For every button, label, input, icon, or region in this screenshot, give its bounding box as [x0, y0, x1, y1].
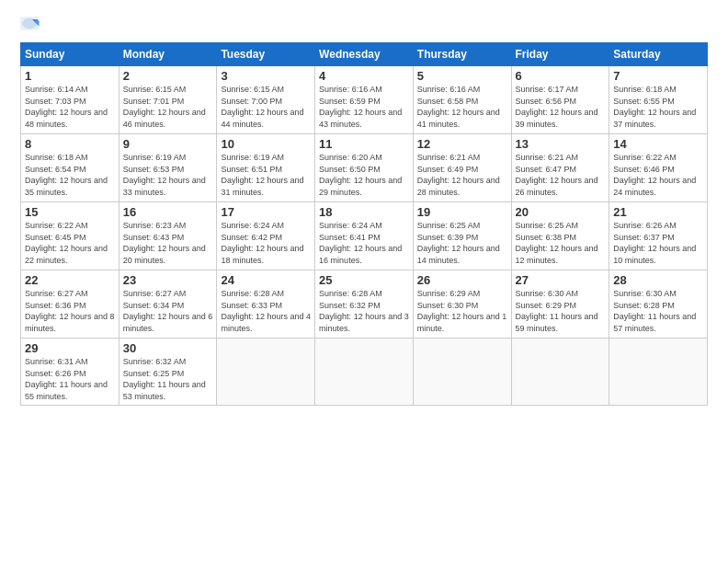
day-number: 24 [221, 273, 311, 287]
day-info: Sunrise: 6:26 AMSunset: 6:37 PMDaylight:… [613, 220, 703, 266]
day-info: Sunrise: 6:20 AMSunset: 6:50 PMDaylight:… [319, 152, 409, 198]
day-info: Sunrise: 6:18 AMSunset: 6:55 PMDaylight:… [613, 84, 703, 130]
day-info: Sunrise: 6:21 AMSunset: 6:47 PMDaylight:… [516, 152, 606, 198]
column-header-friday: Friday [511, 43, 609, 66]
calendar-cell: 30Sunrise: 6:32 AMSunset: 6:25 PMDayligh… [119, 339, 217, 406]
day-number: 20 [516, 205, 606, 219]
day-info: Sunrise: 6:16 AMSunset: 6:58 PMDaylight:… [417, 84, 507, 130]
day-number: 19 [417, 205, 507, 219]
day-number: 21 [613, 205, 703, 219]
calendar-cell: 8Sunrise: 6:18 AMSunset: 6:54 PMDaylight… [21, 134, 119, 202]
day-number: 18 [319, 205, 409, 219]
day-info: Sunrise: 6:25 AMSunset: 6:38 PMDaylight:… [516, 220, 606, 266]
calendar-cell: 26Sunrise: 6:29 AMSunset: 6:30 PMDayligh… [413, 270, 511, 339]
day-number: 25 [319, 273, 409, 287]
calendar-table: SundayMondayTuesdayWednesdayThursdayFrid… [20, 42, 708, 406]
day-info: Sunrise: 6:30 AMSunset: 6:29 PMDaylight:… [516, 288, 606, 334]
day-info: Sunrise: 6:27 AMSunset: 6:36 PMDaylight:… [25, 288, 115, 334]
day-number: 6 [516, 69, 606, 83]
calendar-week-row: 15Sunrise: 6:22 AMSunset: 6:45 PMDayligh… [21, 202, 708, 270]
calendar-cell: 19Sunrise: 6:25 AMSunset: 6:39 PMDayligh… [413, 202, 511, 270]
calendar-cell: 15Sunrise: 6:22 AMSunset: 6:45 PMDayligh… [21, 202, 119, 270]
day-info: Sunrise: 6:28 AMSunset: 6:33 PMDaylight:… [221, 288, 311, 334]
column-header-wednesday: Wednesday [315, 43, 414, 66]
calendar-cell: 5Sunrise: 6:16 AMSunset: 6:58 PMDaylight… [413, 66, 511, 134]
day-number: 10 [221, 137, 311, 151]
day-number: 5 [417, 69, 507, 83]
day-info: Sunrise: 6:31 AMSunset: 6:26 PMDaylight:… [25, 356, 115, 402]
day-info: Sunrise: 6:24 AMSunset: 6:42 PMDaylight:… [221, 220, 311, 266]
day-info: Sunrise: 6:28 AMSunset: 6:32 PMDaylight:… [319, 288, 409, 334]
calendar-cell: 22Sunrise: 6:27 AMSunset: 6:36 PMDayligh… [21, 270, 119, 339]
calendar-cell: 12Sunrise: 6:21 AMSunset: 6:49 PMDayligh… [413, 134, 511, 202]
day-number: 28 [613, 273, 703, 287]
day-number: 22 [25, 273, 115, 287]
day-info: Sunrise: 6:17 AMSunset: 6:56 PMDaylight:… [516, 84, 606, 130]
day-number: 8 [25, 137, 115, 151]
logo [20, 17, 44, 33]
day-number: 4 [319, 69, 409, 83]
calendar-cell: 4Sunrise: 6:16 AMSunset: 6:59 PMDaylight… [315, 66, 414, 134]
day-number: 11 [319, 137, 409, 151]
day-info: Sunrise: 6:18 AMSunset: 6:54 PMDaylight:… [25, 152, 115, 198]
calendar-cell [511, 339, 609, 406]
calendar-cell: 13Sunrise: 6:21 AMSunset: 6:47 PMDayligh… [511, 134, 609, 202]
day-number: 3 [221, 69, 311, 83]
day-info: Sunrise: 6:24 AMSunset: 6:41 PMDaylight:… [319, 220, 409, 266]
day-info: Sunrise: 6:22 AMSunset: 6:46 PMDaylight:… [613, 152, 703, 198]
calendar-cell: 20Sunrise: 6:25 AMSunset: 6:38 PMDayligh… [511, 202, 609, 270]
calendar-cell: 17Sunrise: 6:24 AMSunset: 6:42 PMDayligh… [217, 202, 315, 270]
day-number: 14 [613, 137, 703, 151]
day-info: Sunrise: 6:30 AMSunset: 6:28 PMDaylight:… [613, 288, 703, 334]
calendar-cell: 16Sunrise: 6:23 AMSunset: 6:43 PMDayligh… [119, 202, 217, 270]
day-number: 7 [613, 69, 703, 83]
calendar-cell: 7Sunrise: 6:18 AMSunset: 6:55 PMDaylight… [609, 66, 708, 134]
day-number: 12 [417, 137, 507, 151]
calendar-cell: 2Sunrise: 6:15 AMSunset: 7:01 PMDaylight… [119, 66, 217, 134]
calendar-cell [413, 339, 511, 406]
logo-icon [20, 17, 40, 33]
calendar-week-row: 22Sunrise: 6:27 AMSunset: 6:36 PMDayligh… [21, 270, 708, 339]
calendar-cell [217, 339, 315, 406]
calendar-cell: 9Sunrise: 6:19 AMSunset: 6:53 PMDaylight… [119, 134, 217, 202]
day-number: 17 [221, 205, 311, 219]
calendar-cell: 6Sunrise: 6:17 AMSunset: 6:56 PMDaylight… [511, 66, 609, 134]
day-info: Sunrise: 6:25 AMSunset: 6:39 PMDaylight:… [417, 220, 507, 266]
day-number: 16 [123, 205, 213, 219]
column-header-saturday: Saturday [609, 43, 708, 66]
column-header-thursday: Thursday [413, 43, 511, 66]
day-info: Sunrise: 6:27 AMSunset: 6:34 PMDaylight:… [123, 288, 213, 334]
calendar-cell [609, 339, 708, 406]
day-info: Sunrise: 6:21 AMSunset: 6:49 PMDaylight:… [417, 152, 507, 198]
day-number: 27 [516, 273, 606, 287]
header [20, 17, 708, 33]
day-info: Sunrise: 6:22 AMSunset: 6:45 PMDaylight:… [25, 220, 115, 266]
calendar-cell: 3Sunrise: 6:15 AMSunset: 7:00 PMDaylight… [217, 66, 315, 134]
column-header-sunday: Sunday [21, 43, 119, 66]
calendar-week-row: 1Sunrise: 6:14 AMSunset: 7:03 PMDaylight… [21, 66, 708, 134]
day-number: 30 [123, 341, 213, 355]
day-number: 29 [25, 341, 115, 355]
day-info: Sunrise: 6:32 AMSunset: 6:25 PMDaylight:… [123, 356, 213, 402]
day-number: 15 [25, 205, 115, 219]
calendar-cell: 28Sunrise: 6:30 AMSunset: 6:28 PMDayligh… [609, 270, 708, 339]
calendar-cell: 21Sunrise: 6:26 AMSunset: 6:37 PMDayligh… [609, 202, 708, 270]
calendar-cell: 29Sunrise: 6:31 AMSunset: 6:26 PMDayligh… [21, 339, 119, 406]
day-number: 1 [25, 69, 115, 83]
column-header-tuesday: Tuesday [217, 43, 315, 66]
day-number: 2 [123, 69, 213, 83]
calendar-cell [315, 339, 414, 406]
day-info: Sunrise: 6:16 AMSunset: 6:59 PMDaylight:… [319, 84, 409, 130]
calendar-cell: 27Sunrise: 6:30 AMSunset: 6:29 PMDayligh… [511, 270, 609, 339]
day-info: Sunrise: 6:15 AMSunset: 7:01 PMDaylight:… [123, 84, 213, 130]
calendar-cell: 11Sunrise: 6:20 AMSunset: 6:50 PMDayligh… [315, 134, 414, 202]
day-number: 23 [123, 273, 213, 287]
calendar-cell: 24Sunrise: 6:28 AMSunset: 6:33 PMDayligh… [217, 270, 315, 339]
day-number: 13 [516, 137, 606, 151]
day-info: Sunrise: 6:15 AMSunset: 7:00 PMDaylight:… [221, 84, 311, 130]
calendar-week-row: 29Sunrise: 6:31 AMSunset: 6:26 PMDayligh… [21, 339, 708, 406]
calendar-cell: 18Sunrise: 6:24 AMSunset: 6:41 PMDayligh… [315, 202, 414, 270]
column-header-monday: Monday [119, 43, 217, 66]
calendar-cell: 23Sunrise: 6:27 AMSunset: 6:34 PMDayligh… [119, 270, 217, 339]
calendar-cell: 14Sunrise: 6:22 AMSunset: 6:46 PMDayligh… [609, 134, 708, 202]
